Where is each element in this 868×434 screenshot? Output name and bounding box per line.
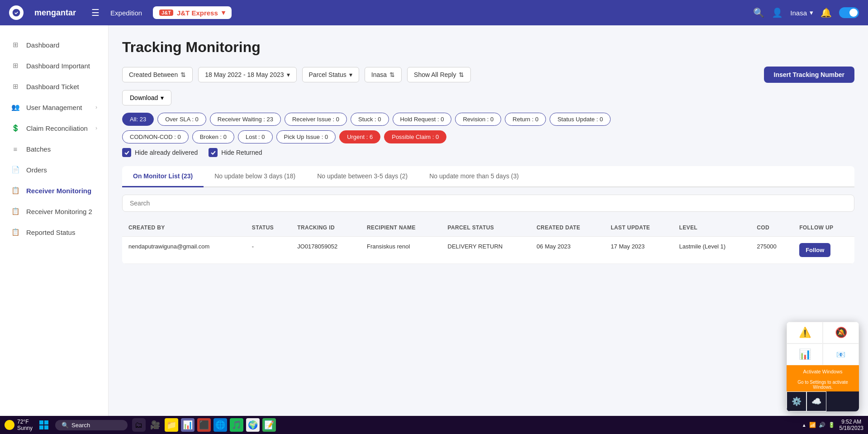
sidebar-item-receiver-monitoring-2[interactable]: 📋 Receiver Monitoring 2 xyxy=(0,201,108,222)
volume-icon[interactable]: 🔊 xyxy=(819,422,825,428)
jt-express-selector[interactable]: J&T J&T Express ▾ xyxy=(153,6,232,19)
sidebar-item-dashboard-ticket[interactable]: ⊞ Dashboard Ticket xyxy=(0,76,108,97)
bell-icon[interactable]: 🔔 xyxy=(821,7,832,18)
parcel-status-filter[interactable]: Parcel Status ▾ xyxy=(302,67,359,82)
activate-windows-text: Activate Windows xyxy=(787,365,859,378)
navbar-right: 🔍 👤 Inasa ▾ 🔔 xyxy=(753,7,859,18)
sidebar-item-batches[interactable]: ≡ Batches xyxy=(0,138,108,159)
sidebar-item-label: Orders xyxy=(26,166,47,174)
user-chevron-icon: ▾ xyxy=(810,9,813,17)
pill-lost[interactable]: Lost : 0 xyxy=(238,130,273,143)
taskbar-search[interactable]: 🔍 Search xyxy=(55,420,128,430)
tab-on-monitor-list[interactable]: On Monitor List (23) xyxy=(122,166,204,187)
pill-over-sla[interactable]: Over SLA : 0 xyxy=(157,113,206,126)
logo-icon xyxy=(9,5,24,20)
taskview-app[interactable]: 🗂 xyxy=(132,418,146,432)
insert-tracking-button[interactable]: Insert Tracking Number xyxy=(764,67,854,83)
edge-app[interactable]: 🌐 xyxy=(213,418,227,432)
cell-status: - xyxy=(246,237,291,264)
hide-returned-checkbox[interactable]: Hide Returned xyxy=(209,148,262,157)
hide-delivered-checkbox[interactable]: Hide already delivered xyxy=(122,148,198,157)
navbar: mengantar ☰ Expedition J&T J&T Express ▾… xyxy=(0,0,868,25)
created-between-filter[interactable]: Created Between ⇅ xyxy=(122,67,193,82)
pill-status-update[interactable]: Status Update : 0 xyxy=(550,113,610,126)
col-follow-up: FOLLOW UP xyxy=(793,219,854,237)
tray-chevron-icon[interactable]: ▲ xyxy=(802,423,806,428)
pill-receiver-issue[interactable]: Receiver Issue : 0 xyxy=(285,113,347,126)
table-header-row: CREATED BY STATUS TRACKING ID RECIPIENT … xyxy=(122,219,854,237)
pill-revision[interactable]: Revision : 0 xyxy=(455,113,501,126)
cell-created-by: nendaputrawiguna@gmail.com xyxy=(122,237,246,264)
pill-pickup-issue[interactable]: Pick Up Issue : 0 xyxy=(276,130,336,143)
sidebar-item-claim-reconciliation[interactable]: 💲 Claim Reconciliation › xyxy=(0,118,108,138)
pill-cod-non-cod[interactable]: COD/NON-COD : 0 xyxy=(122,130,189,143)
sidebar-item-dashboard-important[interactable]: ⊞ Dashboard Important xyxy=(0,55,108,76)
pill-receiver-waiting[interactable]: Receiver Waiting : 23 xyxy=(210,113,281,126)
pills-row-1: All: 23 Over SLA : 0 Receiver Waiting : … xyxy=(122,113,854,126)
sidebar-item-receiver-monitoring[interactable]: 📋 Receiver Monitoring xyxy=(0,180,108,201)
overlay-icon-cloud: ☁️ xyxy=(806,391,826,411)
tab-no-update-more-5[interactable]: No update more than 5 days (3) xyxy=(418,166,530,187)
user-filter-label: Inasa xyxy=(371,71,387,78)
sidebar-item-dashboard[interactable]: ⊞ Dashboard xyxy=(0,34,108,55)
tabs-row: On Monitor List (23) No update below 3 d… xyxy=(122,166,854,187)
svg-point-0 xyxy=(13,9,20,17)
tab-no-update-3-5[interactable]: No update between 3-5 days (2) xyxy=(306,166,418,187)
weather-widget: 72°F Sunny xyxy=(5,419,33,431)
pill-stuck[interactable]: Stuck : 0 xyxy=(351,113,389,126)
user-filter[interactable]: Inasa ⇅ xyxy=(365,67,402,82)
cell-tracking-id: JO0178059052 xyxy=(291,237,360,264)
pill-urgent[interactable]: Urgent : 6 xyxy=(339,130,380,143)
pill-hold-request[interactable]: Hold Request : 0 xyxy=(393,113,452,126)
hide-returned-label: Hide Returned xyxy=(221,149,262,156)
teams-app[interactable]: 📊 xyxy=(181,418,194,432)
col-parcel-status: PARCEL STATUS xyxy=(441,219,531,237)
pill-broken[interactable]: Broken : 0 xyxy=(192,130,234,143)
svg-rect-1 xyxy=(39,420,43,424)
show-all-reply-filter[interactable]: Show All Reply ⇅ xyxy=(407,67,471,82)
notes-app[interactable]: 📝 xyxy=(262,418,276,432)
sidebar-item-user-management[interactable]: 👥 User Management › xyxy=(0,97,108,118)
user-icon[interactable]: 👤 xyxy=(772,7,783,18)
sidebar-item-label: Dashboard xyxy=(26,41,59,49)
battery-icon[interactable]: 🔋 xyxy=(828,422,835,428)
sidebar-item-label: Batches xyxy=(26,145,51,153)
hamburger-menu[interactable]: ☰ xyxy=(91,7,100,18)
search-icon[interactable]: 🔍 xyxy=(753,7,764,18)
pill-return[interactable]: Return : 0 xyxy=(505,113,546,126)
tab-no-update-below-3[interactable]: No update below 3 days (18) xyxy=(204,166,306,187)
chrome-app[interactable]: 🌍 xyxy=(246,418,260,432)
col-recipient-name: RECIPIENT NAME xyxy=(360,219,441,237)
user-name: Inasa xyxy=(790,9,807,17)
wifi-icon[interactable]: 📶 xyxy=(809,422,816,428)
spotify-app[interactable]: 🎵 xyxy=(230,418,243,432)
sidebar-item-label: Claim Reconciliation xyxy=(26,124,88,132)
col-status: STATUS xyxy=(246,219,291,237)
sidebar-item-reported-status[interactable]: 📋 Reported Status xyxy=(0,222,108,243)
checkbox-icon xyxy=(209,148,218,157)
download-button[interactable]: Download ▾ xyxy=(122,90,171,105)
theme-toggle[interactable] xyxy=(839,7,859,18)
taskbar-right: ▲ 📶 🔊 🔋 9:52 AM 5/18/2023 xyxy=(802,419,863,431)
taskbar: 72°F Sunny 🔍 Search 🗂 🎥 📁 📊 ⬛ 🌐 🎵 🌍 📝 ▲ … xyxy=(0,416,868,434)
zoom-app[interactable]: 🎥 xyxy=(148,418,162,432)
chevron-down-icon: ▾ xyxy=(222,9,225,17)
date-range-filter[interactable]: 18 May 2022 - 18 May 2023 ▾ xyxy=(198,67,296,82)
overlay-icon-bell: 🔕 xyxy=(823,322,859,343)
search-input[interactable] xyxy=(122,195,854,212)
weather-info: 72°F Sunny xyxy=(17,419,33,431)
user-management-icon: 👥 xyxy=(11,103,20,112)
follow-button[interactable]: Follow xyxy=(799,243,830,257)
sidebar-item-orders[interactable]: 📄 Orders xyxy=(0,159,108,180)
toggle-dot xyxy=(849,9,858,17)
clock[interactable]: 9:52 AM 5/18/2023 xyxy=(840,419,863,431)
fileexplorer-app[interactable]: 📁 xyxy=(165,418,178,432)
start-button[interactable] xyxy=(37,418,51,432)
user-menu[interactable]: Inasa ▾ xyxy=(790,9,813,17)
overlay-grid: ⚠️ 🔕 📊 📧 xyxy=(787,322,859,365)
overlay-icon-chart: 📊 xyxy=(787,343,823,365)
pill-all[interactable]: All: 23 xyxy=(122,113,154,126)
app5[interactable]: ⬛ xyxy=(197,418,211,432)
pill-possible-claim[interactable]: Possible Claim : 0 xyxy=(384,130,446,143)
cell-follow-up[interactable]: Follow xyxy=(793,237,854,264)
